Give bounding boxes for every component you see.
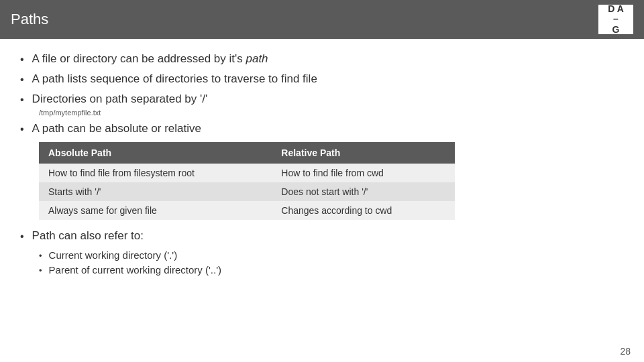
- table-cell: How to find file from filesystem root: [39, 164, 272, 182]
- bullet-text-3: Directories on path separated by '/': [32, 93, 208, 106]
- list-item: • Path can also refer to:: [20, 229, 624, 243]
- comparison-table-wrapper: Absolute Path Relative Path How to find …: [39, 142, 455, 220]
- table-cell: Changes according to cwd: [272, 201, 455, 220]
- main-bullet-list: • A file or directory can be addressed b…: [20, 52, 624, 106]
- table-row: Starts with '/' Does not start with '/': [39, 182, 455, 201]
- comparison-table: Absolute Path Relative Path How to find …: [39, 142, 455, 220]
- bullet-icon: •: [20, 74, 24, 86]
- bullet-icon: •: [20, 94, 24, 106]
- list-item: • Parent of current working directory ('…: [39, 264, 624, 276]
- bullet-text-5: Path can also refer to:: [32, 229, 144, 243]
- page-title: Paths: [11, 11, 48, 28]
- path-example: /tmp/mytempfile.txt: [39, 109, 624, 117]
- list-item: • A path can be absolute or relative: [20, 122, 624, 135]
- table-cell: Does not start with '/': [272, 182, 455, 201]
- path-also-bullet-list: • Path can also refer to:: [20, 229, 624, 243]
- table-cell: How to find file from cwd: [272, 164, 455, 182]
- table-cell: Starts with '/': [39, 182, 272, 201]
- list-item: • Directories on path separated by '/': [20, 93, 624, 106]
- bullet-icon: •: [39, 251, 42, 261]
- bullet-text-2: A path lists sequence of directories to …: [32, 72, 317, 86]
- abs-rel-bullet-list: • A path can be absolute or relative: [20, 122, 624, 135]
- table-row: Always same for given file Changes accor…: [39, 201, 455, 220]
- logo: D A–G: [598, 5, 633, 34]
- sub-bullet-text-2: Parent of current working directory ('..…: [49, 264, 221, 276]
- list-item: • Current working directory ('.'): [39, 249, 624, 261]
- list-item: • A file or directory can be addressed b…: [20, 52, 624, 66]
- table-header-absolute: Absolute Path: [39, 142, 272, 164]
- sub-bullet-list: • Current working directory ('.') • Pare…: [39, 249, 624, 276]
- bullet-text-4: A path can be absolute or relative: [32, 122, 201, 135]
- main-content: • A file or directory can be addressed b…: [0, 39, 644, 286]
- table-row: How to find file from filesystem root Ho…: [39, 164, 455, 182]
- bullet-icon: •: [20, 123, 24, 135]
- page-number: 28: [620, 346, 631, 357]
- list-item: • A path lists sequence of directories t…: [20, 72, 624, 86]
- table-cell: Always same for given file: [39, 201, 272, 220]
- bullet-icon: •: [20, 54, 24, 66]
- table-header-relative: Relative Path: [272, 142, 455, 164]
- bullet-text-1: A file or directory can be addressed by …: [32, 52, 268, 66]
- bullet-icon: •: [20, 231, 24, 243]
- sub-bullet-text-1: Current working directory ('.'): [49, 249, 178, 261]
- header: Paths D A–G: [0, 0, 644, 39]
- bullet-icon: •: [39, 265, 42, 276]
